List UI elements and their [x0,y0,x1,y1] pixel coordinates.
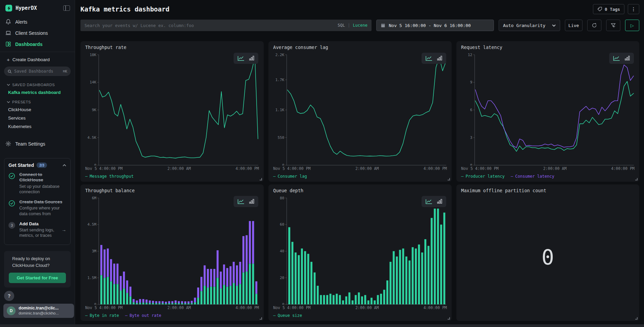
legend-item[interactable]: —Producer latency [461,174,505,179]
progress-badge: 2/3 [37,162,47,168]
legend-item[interactable]: —Queue size [273,313,302,318]
legend-item[interactable]: —Message throughput [85,174,134,179]
chart-canvas[interactable]: 01.5M3M4.5M6M [85,195,259,305]
calendar-icon [381,23,385,28]
x-axis-labels: Nov 5 4:00:00 PM2:00:00 AM4:00:00 PM [85,166,259,172]
saved-dashboards-search-input[interactable] [14,69,61,74]
legend-dash: — [85,313,88,318]
bar-chart-toggle-icon[interactable] [249,56,254,61]
chart-type-toggle [234,196,258,207]
legend-item[interactable]: —Consumer latency [511,174,554,179]
line-chart-toggle-icon[interactable] [613,56,620,61]
sidebar-collapse-icon[interactable] [63,5,70,11]
gear-icon [5,141,11,147]
granularity-select[interactable]: Auto Granularity [499,20,560,31]
chart-title: Maximum offline partition count [461,188,635,195]
get-started-step-2[interactable]: Create Data Sources Configure where your… [8,199,66,217]
svg-text:18K: 18K [90,53,96,57]
x-axis-labels: Nov 5 4:00:00 PM2:00:00 AM4:00:00 PM [461,166,635,172]
sql-toggle[interactable]: SQL [338,23,345,28]
bar-chart-toggle-icon[interactable] [437,56,442,61]
filter-button[interactable] [606,20,620,31]
line-chart-toggle-icon[interactable] [426,199,432,204]
get-started-step-1[interactable]: Connect to ClickHouse Set up your databa… [8,172,66,195]
sidebar-item-team-settings[interactable]: Team Settings [0,138,75,149]
help-button[interactable]: ? [4,291,14,301]
granularity-label: Auto Granularity [503,23,545,28]
panel-resize-handle[interactable] [448,317,450,320]
saved-dashboards-search[interactable]: ⌘K [4,67,71,76]
divider [0,52,75,52]
deploy-line2: ClickHouse Cloud? [12,263,50,268]
bar-chart-toggle-icon[interactable] [625,56,630,61]
lucene-toggle[interactable]: Lucene [353,23,367,28]
legend-item[interactable]: —Consumer lag [273,174,307,179]
event-search-input[interactable] [85,23,338,28]
date-range-picker[interactable]: Nov 5 16:00:00 - Nov 6 16:00:00 [376,20,494,31]
panel-resize-handle[interactable] [635,178,638,180]
run-query-button[interactable]: ▷ [625,20,639,31]
dashboard-menu-button[interactable]: ⋮ [628,4,639,14]
chart-legend: —Message throughput [85,172,259,180]
live-button[interactable]: Live [565,20,582,31]
step-desc: Start sending logs, metrics, or traces [19,227,58,238]
arrow-right-icon: → [62,227,66,232]
x-axis-labels: Nov 5 4:00:00 PM2:00:00 AM4:00:00 PM [273,166,447,172]
tags-label: 0 Tags [605,7,620,12]
panel-resize-handle[interactable] [635,317,638,320]
line-chart-toggle-icon[interactable] [238,199,244,204]
saved-dashboards-section-header[interactable]: SAVED DASHBOARDS [0,79,75,88]
refresh-button[interactable] [587,20,601,31]
panel-resize-handle[interactable] [260,317,262,320]
create-dashboard-button[interactable]: + Create Dashboard [0,55,75,66]
svg-text:550: 550 [278,135,284,140]
legend-item[interactable]: —Byte out rate [125,313,161,318]
plus-icon: + [7,57,10,62]
svg-text:1.5M: 1.5M [88,276,97,280]
bar-chart-toggle-icon[interactable] [249,199,254,204]
create-dashboard-label: Create Dashboard [13,57,50,62]
chevron-up-icon[interactable] [63,164,66,167]
app-root: HyperDX Alerts Client Sessions Dashboard… [0,0,644,327]
svg-text:20: 20 [280,276,284,280]
toggle-separator: | [348,23,350,28]
svg-text:6M: 6M [92,196,97,200]
sidebar-item-alerts[interactable]: Alerts [0,16,75,27]
presets-section-header[interactable]: PRESETS [0,97,75,105]
chart-canvas[interactable]: 036912 [461,52,635,166]
tags-button[interactable]: 0 Tags [593,4,624,14]
x-tick-label: Nov 5 4:00:00 PM [273,305,311,311]
user-menu[interactable]: D dominic.tran@clic... dominic.tran@clic… [3,304,74,318]
get-started-free-button[interactable]: Get Started for Free [9,273,66,283]
legend-item[interactable]: —Byte in rate [85,313,119,318]
panel-resize-handle[interactable] [260,178,262,180]
chart-panel-max-offline-partition-count: Maximum offline partition count0 [456,184,639,321]
chart-panel-queue-depth: Queue depth020406080Nov 5 4:00:00 PM2:00… [268,184,452,321]
svg-text:40: 40 [280,249,284,253]
preset-clickhouse[interactable]: ClickHouse [0,105,75,114]
preset-kubernetes[interactable]: Kubernetes [0,122,75,131]
panel-resize-handle[interactable] [448,178,450,180]
sidebar-item-client-sessions[interactable]: Client Sessions [0,27,75,39]
bar-chart-toggle-icon[interactable] [437,199,442,204]
page-header: Kafka metrics dashboard 0 Tags ⋮ [80,4,639,20]
chart-canvas[interactable]: 020406080 [273,195,447,305]
get-started-step-3[interactable]: 3 Add Data Start sending logs, metrics, … [8,221,66,238]
x-tick-label: 4:00:00 PM [236,305,259,311]
line-chart-toggle-icon[interactable] [238,56,244,61]
filter-icon [611,23,616,28]
chart-canvas[interactable]: 05501.1K1.7K2.2K [273,52,447,166]
chart-title: Request latency [461,45,635,52]
chart-canvas[interactable]: 04.5K9K14K18K [85,52,259,166]
preset-services[interactable]: Services [0,114,75,122]
laptop-icon [5,30,11,36]
legend-dash: — [511,174,513,179]
sidebar-item-dashboards[interactable]: Dashboards [0,39,75,50]
sidebar-item-kafka-dashboard[interactable]: Kafka metrics dashboard [0,88,75,97]
deploy-card: Ready to deploy on ClickHouse Cloud? Get… [4,251,71,287]
user-name: dominic.tran@clic... [19,306,59,311]
chart-type-toggle [422,53,446,64]
x-axis-labels: Nov 5 4:00:00 PM2:00:00 AM4:00:00 PM [85,305,259,311]
sidebar-item-label: Dashboards [15,42,43,47]
line-chart-toggle-icon[interactable] [426,56,432,61]
